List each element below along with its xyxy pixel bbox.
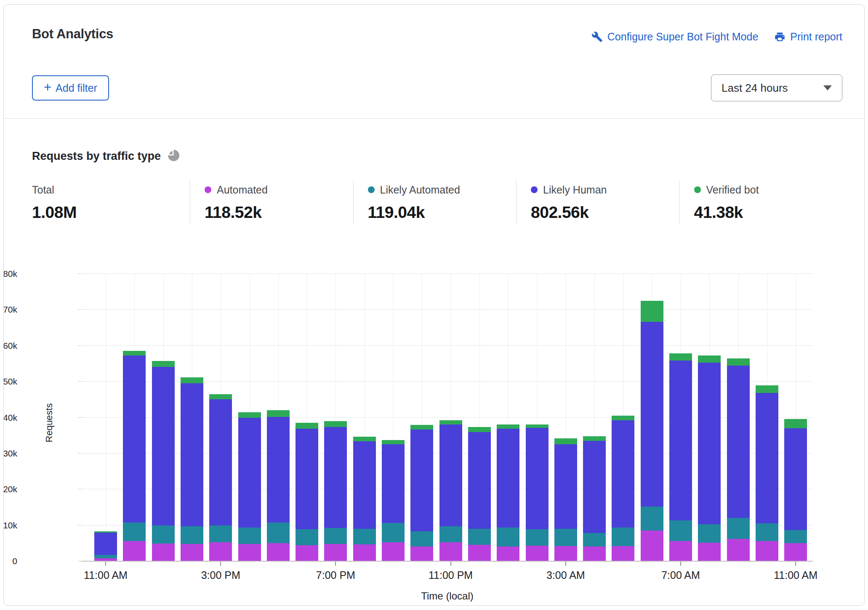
chart-bar[interactable] (94, 531, 117, 561)
stat-verified-bot: Verified bot 41.38k (679, 180, 843, 224)
plus-icon: + (44, 81, 51, 94)
segment-likely-automated (439, 526, 462, 542)
y-tick-label: 30k (3, 448, 17, 459)
segment-automated (267, 543, 290, 561)
segment-likely-human (324, 427, 347, 528)
segment-likely-human (497, 429, 519, 528)
stat-verified-bot-value: 41.38k (694, 203, 843, 222)
segment-likely-human (727, 366, 750, 518)
chart-bar[interactable] (152, 361, 175, 561)
verified-bot-dot-icon (694, 186, 701, 193)
segment-automated (410, 546, 433, 561)
segment-likely-automated (296, 529, 318, 545)
segment-automated (238, 544, 261, 561)
segment-automated (698, 543, 721, 561)
section-heading: Requests by traffic type (32, 149, 180, 164)
stat-likely-human-label: Likely Human (543, 184, 607, 196)
chart-bar[interactable] (669, 353, 692, 561)
chart-bar[interactable] (583, 436, 606, 561)
segment-verified-bot (698, 355, 721, 363)
stat-likely-automated-value: 119.04k (368, 203, 517, 222)
chart-bar[interactable] (756, 385, 778, 561)
segment-verified-bot (410, 425, 433, 429)
segment-verified-bot (382, 440, 405, 444)
segment-likely-automated (209, 525, 232, 542)
x-tick-label: 3:00 AM (546, 569, 585, 581)
segment-automated (382, 542, 405, 561)
chart-bar[interactable] (554, 438, 577, 561)
segment-automated (554, 546, 577, 561)
time-range-dropdown[interactable]: Last 24 hours (711, 74, 842, 101)
chart-bar[interactable] (181, 377, 203, 561)
segment-automated (784, 543, 807, 561)
chart-bar[interactable] (497, 424, 519, 561)
chart-bar[interactable] (468, 427, 491, 561)
segment-likely-automated (583, 533, 606, 546)
chart-bar[interactable] (324, 421, 347, 561)
stat-likely-automated: Likely Automated 119.04k (353, 180, 517, 224)
chart-bar[interactable] (410, 425, 433, 561)
stat-automated-label: Automated (217, 184, 268, 196)
segment-likely-automated (152, 525, 175, 544)
segment-verified-bot (583, 436, 606, 441)
segment-automated (756, 541, 778, 561)
segment-likely-human (583, 441, 606, 533)
segment-likely-human (181, 383, 203, 526)
chart-bar[interactable] (382, 440, 405, 561)
segment-likely-human (382, 444, 405, 523)
chart-bar[interactable] (209, 394, 232, 561)
x-tick-label: 11:00 PM (429, 569, 473, 581)
segment-verified-bot (123, 351, 146, 355)
chart-bar[interactable] (612, 416, 634, 561)
segment-likely-human (152, 367, 175, 525)
y-tick-mark (78, 453, 82, 454)
chart-bar[interactable] (784, 419, 807, 561)
chart-bar[interactable] (439, 420, 462, 561)
segment-verified-bot (756, 385, 778, 393)
chart-bar[interactable] (267, 410, 290, 561)
segment-likely-human (526, 428, 548, 529)
y-tick-label: 50k (3, 377, 17, 387)
segment-verified-bot (669, 353, 692, 361)
x-tick-label: 3:00 PM (201, 569, 240, 581)
pie-chart-icon (167, 149, 180, 164)
segment-verified-bot (784, 419, 807, 428)
y-axis-title: Requests (44, 403, 55, 443)
x-tick-mark (220, 561, 221, 566)
add-filter-button[interactable]: + Add filter (32, 75, 109, 101)
y-gridline (82, 273, 813, 274)
chart-bar[interactable] (698, 355, 721, 561)
automated-dot-icon (205, 186, 211, 193)
chart-bar[interactable] (238, 412, 261, 561)
segment-likely-automated (641, 507, 663, 530)
print-report-link[interactable]: Print report (774, 31, 842, 43)
segment-automated (324, 544, 347, 561)
requests-bar-chart: 010k20k30k40k50k60k70k80k11:00 AM3:00 PM… (82, 274, 813, 561)
chart-bar[interactable] (353, 437, 376, 561)
stat-likely-human-value: 802.56k (531, 203, 679, 222)
segment-verified-bot (238, 412, 261, 418)
configure-super-bot-fight-mode-link[interactable]: Configure Super Bot Fight Mode (591, 31, 759, 43)
segment-automated (727, 539, 750, 561)
chart-bar[interactable] (123, 351, 146, 561)
x-tick-label: 7:00 AM (661, 569, 700, 581)
segment-likely-human (439, 424, 462, 526)
y-gridline (82, 345, 813, 346)
segment-verified-bot (727, 358, 750, 365)
y-tick-label: 20k (3, 484, 17, 494)
segment-automated (526, 546, 548, 561)
x-tick-mark (680, 561, 681, 566)
chart-bar[interactable] (641, 301, 663, 561)
segment-likely-human (641, 322, 663, 507)
segment-likely-human (209, 399, 232, 526)
segment-automated (123, 541, 146, 561)
y-tick-mark (78, 525, 82, 525)
chart-bar[interactable] (727, 358, 750, 561)
segment-automated (296, 545, 318, 561)
x-tick-label: 7:00 PM (316, 569, 355, 581)
chart-bar[interactable] (526, 424, 548, 561)
x-tick-mark (335, 561, 336, 566)
likely-human-dot-icon (531, 186, 538, 193)
chart-bar[interactable] (296, 423, 318, 561)
segment-verified-bot (353, 437, 376, 441)
